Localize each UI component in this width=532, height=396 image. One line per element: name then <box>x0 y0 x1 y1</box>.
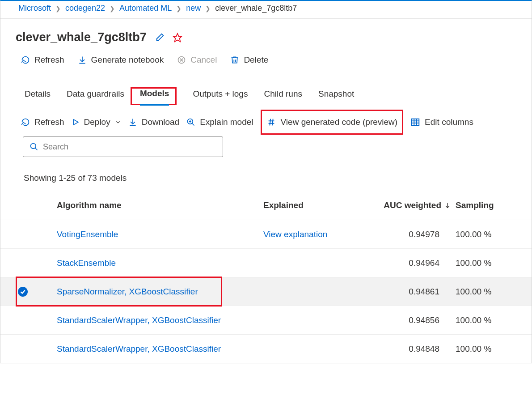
col-auc[interactable]: AUC weighted <box>371 200 451 210</box>
col-explained[interactable]: Explained <box>263 200 371 210</box>
search-container <box>0 135 532 159</box>
cancel-button: Cancel <box>177 55 217 65</box>
sampling-value: 100.00 % <box>451 315 518 325</box>
svg-line-21 <box>35 148 38 150</box>
delete-button[interactable]: Delete <box>230 55 268 65</box>
deploy-button[interactable]: Deploy <box>72 117 121 127</box>
tab-models[interactable]: Models <box>140 87 169 106</box>
algorithm-link[interactable]: StackEnsemble <box>45 258 263 268</box>
download-button[interactable]: Download <box>128 117 180 127</box>
explain-model-button[interactable]: Explain model <box>186 117 253 127</box>
col-auc-label: AUC weighted <box>384 200 441 210</box>
col-sampling[interactable]: Sampling <box>451 200 518 210</box>
refresh-models-button[interactable]: Refresh <box>21 117 64 127</box>
tab-child-runs[interactable]: Child runs <box>264 87 302 105</box>
columns-icon <box>410 117 420 127</box>
refresh-label: Refresh <box>34 55 64 65</box>
search-box[interactable] <box>23 136 223 157</box>
generate-notebook-button[interactable]: Generate notebook <box>78 55 164 65</box>
download-icon <box>128 118 137 127</box>
page-header: clever_whale_7gc8ltb7 <box>0 19 532 53</box>
favorite-star-icon[interactable] <box>173 33 182 43</box>
results-count: Showing 1-25 of 73 models <box>0 159 532 191</box>
refresh-icon <box>21 55 30 64</box>
auc-value: 0.94856 <box>371 315 451 325</box>
zoom-in-icon <box>186 118 195 127</box>
models-table: Algorithm name Explained AUC weighted Sa… <box>0 191 532 363</box>
algorithm-link[interactable]: StandardScalerWrapper, XGBoostClassifier <box>45 344 263 354</box>
algorithm-link[interactable]: SparseNormalizer, XGBoostClassifier <box>45 287 263 297</box>
trash-icon <box>230 55 239 64</box>
algorithm-link[interactable]: VotingEnsemble <box>45 230 263 239</box>
selected-check-icon[interactable] <box>18 287 28 297</box>
search-input[interactable] <box>43 142 216 152</box>
breadcrumb-link[interactable]: new <box>186 4 201 13</box>
highlight-models-tab: Models <box>131 87 177 105</box>
view-generated-code-button[interactable]: View generated code (preview) <box>261 110 404 135</box>
svg-point-20 <box>31 144 36 149</box>
breadcrumb: Microsoft ❯ codegen22 ❯ Automated ML ❯ n… <box>0 1 532 19</box>
chevron-right-icon: ❯ <box>55 5 61 12</box>
chevron-right-icon: ❯ <box>110 5 115 12</box>
edit-columns-button[interactable]: Edit columns <box>410 117 473 127</box>
page-title: clever_whale_7gc8ltb7 <box>16 30 147 44</box>
table-row[interactable]: SparseNormalizer, XGBoostClassifier 0.94… <box>0 277 532 306</box>
chevron-down-icon <box>115 119 121 125</box>
delete-label: Delete <box>244 55 268 65</box>
col-algorithm[interactable]: Algorithm name <box>45 200 263 210</box>
tab-outputs-logs[interactable]: Outputs + logs <box>193 87 248 105</box>
tab-snapshot[interactable]: Snapshot <box>318 87 354 105</box>
hash-icon <box>266 117 276 127</box>
table-header: Algorithm name Explained AUC weighted Sa… <box>0 191 532 220</box>
svg-line-13 <box>270 119 270 126</box>
explanation-link[interactable]: View explanation <box>263 230 371 239</box>
refresh-icon <box>21 118 30 127</box>
breadcrumb-link[interactable]: codegen22 <box>65 4 105 13</box>
refresh-models-label: Refresh <box>34 117 64 127</box>
table-row[interactable]: StandardScalerWrapper, XGBoostClassifier… <box>0 334 532 363</box>
tabs: Details Data guardrails Models Outputs +… <box>0 73 532 105</box>
toolbar-top: Refresh Generate notebook Cancel Delete <box>0 53 532 73</box>
edit-icon[interactable] <box>155 33 165 43</box>
generate-notebook-label: Generate notebook <box>91 55 164 65</box>
tab-data-guardrails[interactable]: Data guardrails <box>67 87 124 105</box>
auc-value: 0.94978 <box>371 230 451 239</box>
algorithm-link[interactable]: StandardScalerWrapper, XGBoostClassifier <box>45 315 263 325</box>
cancel-label: Cancel <box>190 55 217 65</box>
chevron-right-icon: ❯ <box>176 5 182 12</box>
table-row[interactable]: StandardScalerWrapper, XGBoostClassifier… <box>0 306 532 334</box>
svg-line-8 <box>192 123 194 126</box>
svg-marker-5 <box>73 119 78 125</box>
tab-details[interactable]: Details <box>25 87 51 105</box>
toolbar-sub: Refresh Deploy Download Explain model Vi… <box>0 105 532 135</box>
sampling-value: 100.00 % <box>451 258 518 268</box>
cancel-icon <box>177 55 186 64</box>
breadcrumb-link[interactable]: Microsoft <box>18 4 51 13</box>
sort-desc-icon <box>444 202 451 209</box>
breadcrumb-current: clever_whale_7gc8ltb7 <box>215 4 297 13</box>
svg-line-14 <box>272 119 273 126</box>
sampling-value: 100.00 % <box>451 230 518 239</box>
deploy-label: Deploy <box>84 117 110 127</box>
auc-value: 0.94848 <box>371 344 451 354</box>
table-row[interactable]: StackEnsemble 0.94964 100.00 % <box>0 248 532 277</box>
svg-rect-15 <box>412 119 419 126</box>
sampling-value: 100.00 % <box>451 287 518 297</box>
svg-marker-0 <box>173 33 182 41</box>
download-icon <box>78 55 87 64</box>
chevron-right-icon: ❯ <box>205 5 211 12</box>
search-icon <box>30 142 38 151</box>
edit-columns-label: Edit columns <box>425 117 473 127</box>
download-label: Download <box>142 117 180 127</box>
explain-model-label: Explain model <box>200 117 253 127</box>
sampling-value: 100.00 % <box>451 344 518 354</box>
auc-value: 0.94964 <box>371 258 451 268</box>
auc-value: 0.94861 <box>371 287 451 297</box>
view-generated-code-label: View generated code (preview) <box>281 117 398 127</box>
play-icon <box>72 118 80 126</box>
table-row[interactable]: VotingEnsemble View explanation 0.94978 … <box>0 220 532 248</box>
refresh-button[interactable]: Refresh <box>21 55 64 65</box>
breadcrumb-link[interactable]: Automated ML <box>119 4 172 13</box>
